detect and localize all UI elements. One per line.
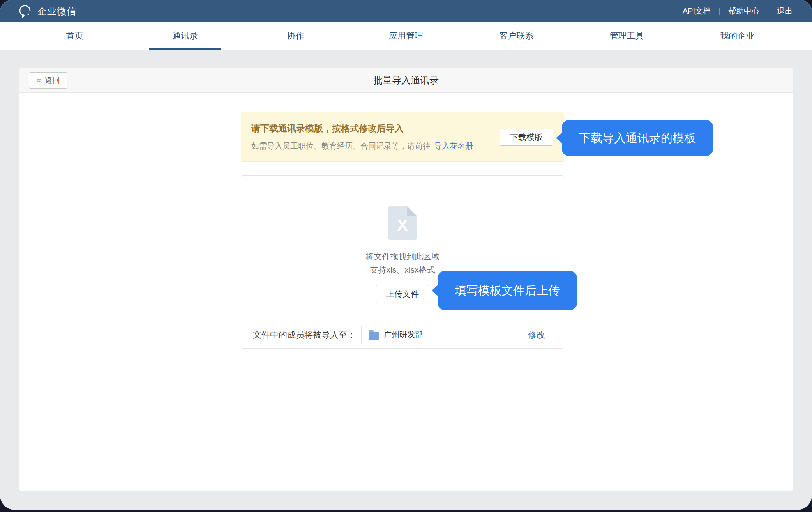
logout-link[interactable]: 退出 (777, 6, 793, 16)
folder-icon (369, 332, 379, 340)
callout-tail-icon (432, 285, 438, 296)
download-template-callout: 下载导入通讯录的模板 (562, 120, 713, 156)
header-links: API文档 帮助中心 退出 (683, 6, 793, 16)
card-body: 请下载通讯录模版，按格式修改后导入 如需导入员工职位、教育经历、合同记录等，请前… (19, 93, 793, 491)
top-header: 企业微信 API文档 帮助中心 退出 (0, 0, 812, 22)
api-docs-link[interactable]: API文档 (683, 6, 711, 16)
back-label: 返回 (44, 75, 60, 86)
separator (719, 8, 720, 15)
tab-customer-contact[interactable]: 客户联系 (461, 22, 572, 50)
help-center-link[interactable]: 帮助中心 (728, 6, 759, 16)
wecom-logo-icon (18, 4, 32, 18)
format-hint-text: 支持xls、xlsx格式 (370, 263, 435, 276)
upload-panel[interactable]: X 将文件拖拽到此区域 支持xls、xlsx格式 上传文件 文件中的成员将被导入… (241, 175, 564, 349)
callout-tail-icon (556, 132, 563, 144)
template-notice: 请下载通讯录模版，按格式修改后导入 如需导入员工职位、教育经历、合同记录等，请前… (241, 112, 564, 162)
main-nav: 首页 通讯录 协作 应用管理 客户联系 管理工具 我的企业 (0, 22, 812, 50)
excel-file-icon: X (388, 206, 417, 240)
download-template-button[interactable]: 下载模版 (500, 129, 553, 146)
upload-file-button[interactable]: 上传文件 (376, 285, 429, 303)
card-header: « 返回 批量导入通讯录 (19, 68, 793, 93)
drag-hint-text: 将文件拖拽到此区域 (366, 250, 440, 263)
import-target-row: 文件中的成员将被导入至： 广州研发部 修改 (241, 321, 564, 348)
department-name: 广州研发部 (384, 330, 423, 340)
tab-collaboration[interactable]: 协作 (240, 22, 351, 50)
department-chip[interactable]: 广州研发部 (361, 326, 430, 344)
tab-contacts[interactable]: 通讯录 (130, 22, 240, 50)
separator (768, 8, 768, 15)
roster-import-link[interactable]: 导入花名册 (434, 142, 473, 150)
back-button[interactable]: « 返回 (29, 72, 67, 89)
page-background: « 返回 批量导入通讯录 请下载通讯录模版，按格式修改后导入 如需导入员工职位、… (0, 50, 812, 510)
tab-my-company[interactable]: 我的企业 (682, 22, 793, 50)
tab-admin-tools[interactable]: 管理工具 (572, 22, 682, 50)
import-target-label: 文件中的成员将被导入至： (253, 329, 356, 341)
double-chevron-left-icon: « (36, 76, 41, 85)
app-window: 企业微信 API文档 帮助中心 退出 首页 通讯录 协作 应用管理 客户联系 管… (0, 0, 812, 510)
tab-app-management[interactable]: 应用管理 (351, 22, 461, 50)
upload-file-callout: 填写模板文件后上传 (438, 271, 577, 310)
modify-link[interactable]: 修改 (528, 329, 545, 341)
import-card: « 返回 批量导入通讯录 请下载通讯录模版，按格式修改后导入 如需导入员工职位、… (19, 68, 793, 491)
tab-home[interactable]: 首页 (19, 22, 130, 50)
brand: 企业微信 (18, 4, 76, 18)
page-title: 批量导入通讯录 (19, 74, 793, 87)
active-tab-underline (149, 48, 221, 50)
brand-name: 企业微信 (37, 5, 76, 18)
